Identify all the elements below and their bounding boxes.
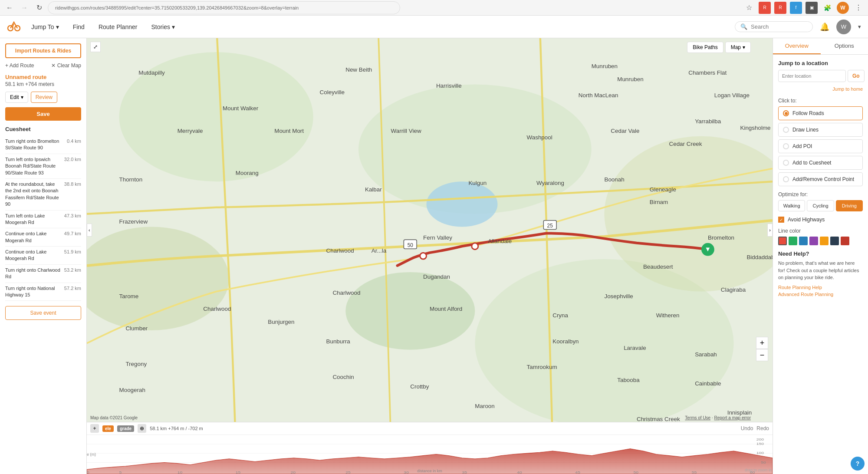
cue-item: Turn left onto Lake Moogerah Rd 47.3 km	[5, 211, 81, 229]
svg-text:Dugandan: Dugandan	[423, 273, 450, 280]
chevron-down-icon: ▾	[743, 44, 745, 50]
add-route-link[interactable]: + Add Route	[5, 63, 34, 69]
nav-stories[interactable]: Stories ▾	[148, 22, 178, 32]
advanced-route-planning-link[interactable]: Advanced Route Planning	[778, 292, 863, 297]
svg-text:45: 45	[575, 471, 580, 474]
go-button[interactable]: Go	[848, 70, 865, 82]
svg-text:Thornton: Thornton	[119, 176, 143, 183]
save-button[interactable]: Save	[5, 107, 81, 121]
add-poi-option[interactable]: Add POI	[778, 139, 863, 153]
clear-map-link[interactable]: ✕ Clear Map	[51, 63, 81, 69]
expand-map-button[interactable]: ⤢	[90, 42, 101, 52]
search-input[interactable]	[751, 23, 803, 30]
address-bar[interactable]: ridewithgps.com/routes/34885995/edit?cen…	[48, 1, 400, 14]
back-button[interactable]: ←	[3, 2, 16, 14]
svg-text:Gleneagle: Gleneagle	[650, 186, 676, 193]
ext4-icon[interactable]: ▣	[806, 2, 818, 14]
menu-icon[interactable]: ⋮	[852, 2, 865, 14]
elevation-zoom-button[interactable]: ⊕	[138, 424, 146, 433]
svg-text:Bunjurgen: Bunjurgen	[268, 319, 294, 325]
color-swatch-green[interactable]	[789, 237, 797, 245]
svg-text:Christmas Creek: Christmas Creek	[637, 416, 680, 422]
svg-text:Tamrookum: Tamrookum	[527, 364, 557, 370]
svg-text:Maroon: Maroon	[475, 403, 494, 409]
elevation-expand-button[interactable]: +	[90, 424, 99, 433]
zoom-out-button[interactable]: −	[756, 349, 768, 361]
map-area: Bike Paths Map ▾ ⤢ ‹ ›	[87, 38, 773, 474]
import-routes-button[interactable]: Import Routes & Rides	[5, 43, 81, 58]
ext5-icon[interactable]: 🧩	[821, 2, 833, 14]
color-swatch-dark[interactable]	[830, 237, 839, 245]
map-container[interactable]: Bike Paths Map ▾ ⤢ ‹ ›	[87, 38, 773, 422]
svg-text:0: 0	[87, 471, 89, 474]
bike-paths-button[interactable]: Bike Paths	[687, 42, 723, 53]
redo-button[interactable]: Redo	[756, 425, 769, 431]
draw-lines-option[interactable]: Draw Lines	[778, 123, 863, 137]
tab-overview[interactable]: Overview	[773, 38, 821, 54]
svg-text:Bromelton: Bromelton	[708, 234, 734, 241]
add-cuesheet-radio[interactable]	[783, 160, 789, 166]
add-control-radio[interactable]	[783, 176, 789, 182]
location-input[interactable]	[778, 70, 846, 82]
route-planning-help-link[interactable]: Route Planning Help	[778, 285, 863, 290]
avoid-highways-row: Avoid Highways	[778, 217, 863, 223]
svg-text:Coochin: Coochin	[332, 374, 354, 380]
nav-route-planner[interactable]: Route Planner	[95, 22, 141, 32]
svg-text:Washpool: Washpool	[527, 134, 552, 141]
svg-text:Beaudesert: Beaudesert	[643, 263, 673, 270]
driving-button[interactable]: Driving	[836, 200, 863, 211]
browser-chrome: ← → ↻ ridewithgps.com/routes/34885995/ed…	[0, 0, 868, 16]
collapse-right-button[interactable]: ›	[767, 224, 773, 237]
color-swatch-purple[interactable]	[809, 237, 818, 245]
route-title: Unnamed route	[5, 74, 81, 80]
nav-jump-to[interactable]: Jump To ▾	[28, 22, 62, 32]
profile-chevron[interactable]: ▾	[858, 23, 861, 30]
add-remove-control-option[interactable]: Add/Remove Control Point	[778, 172, 863, 186]
chevron-down-icon: ▾	[172, 23, 175, 30]
user-profile-avatar[interactable]: W	[836, 20, 851, 34]
refresh-button[interactable]: ↻	[33, 2, 45, 14]
map-toolbar: Bike Paths Map ▾	[687, 42, 751, 53]
jump-home-link[interactable]: Jump to home	[778, 86, 863, 92]
zoom-in-button[interactable]: +	[756, 337, 768, 349]
notifications-bell[interactable]: 🔔	[820, 22, 829, 32]
walking-button[interactable]: Walking	[778, 200, 805, 211]
chevron-down-icon: ▾	[56, 23, 59, 30]
forward-button[interactable]: →	[18, 2, 30, 14]
app-logo[interactable]	[7, 19, 21, 35]
svg-text:Kingsholme: Kingsholme	[740, 125, 770, 131]
color-swatch-blue[interactable]	[799, 237, 808, 245]
ext3-icon[interactable]: f	[790, 2, 802, 14]
color-swatch-red[interactable]	[778, 237, 787, 245]
help-circle-button[interactable]: ?	[851, 457, 865, 471]
avoid-highways-checkbox[interactable]	[778, 217, 784, 223]
extensions-icon[interactable]: R	[759, 2, 771, 14]
need-help-title: Need Help?	[778, 250, 863, 257]
svg-text:Mount Walker: Mount Walker	[223, 105, 259, 112]
follow-roads-radio[interactable]	[783, 110, 789, 116]
tab-options[interactable]: Options	[821, 38, 868, 54]
bookmark-icon[interactable]: ☆	[743, 2, 755, 14]
color-swatch-orange[interactable]	[820, 237, 829, 245]
nav-find[interactable]: Find	[69, 22, 88, 32]
edit-button[interactable]: Edit ▾	[5, 92, 28, 103]
user-avatar[interactable]: W	[837, 2, 849, 14]
map-type-button[interactable]: Map ▾	[725, 42, 751, 53]
elevation-chart: + ele grade ⊕ 58.1 km +764 m / -702 m Un…	[87, 422, 773, 474]
follow-roads-option[interactable]: Follow Roads	[778, 106, 863, 120]
save-event-button[interactable]: Save event	[5, 306, 81, 320]
undo-button[interactable]: Undo	[741, 425, 753, 431]
collapse-left-button[interactable]: ‹	[87, 224, 92, 237]
cycling-button[interactable]: Cycling	[807, 200, 834, 211]
draw-lines-radio[interactable]	[783, 127, 789, 133]
review-button[interactable]: Review	[31, 92, 57, 103]
add-to-cuesheet-option[interactable]: Add to Cuesheet	[778, 156, 863, 170]
cue-item: Continue onto Lake Moogerah Rd 51.9 km	[5, 247, 81, 265]
ext2-icon[interactable]: R	[774, 2, 786, 14]
cue-item: At the roundabout, take the 2nd exit ont…	[5, 179, 81, 211]
svg-text:Charlwood: Charlwood	[203, 306, 231, 312]
add-poi-radio[interactable]	[783, 143, 789, 149]
color-swatch-darkred[interactable]	[841, 237, 849, 245]
header-search[interactable]: 🔍	[735, 21, 813, 32]
svg-text:Frazerview: Frazerview	[119, 218, 148, 225]
